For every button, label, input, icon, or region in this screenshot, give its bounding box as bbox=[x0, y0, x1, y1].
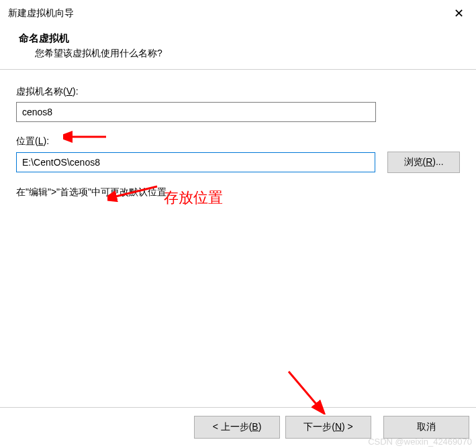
watermark: CSDN @weixin_42469070 bbox=[368, 437, 472, 447]
close-icon[interactable]: ✕ bbox=[451, 7, 467, 19]
content-area: 虚拟机名称(V): 位置(L): 浏览(R)... 在"编辑">"首选项"中可更… bbox=[0, 70, 476, 199]
location-input[interactable] bbox=[16, 152, 375, 172]
wizard-header: 命名虚拟机 您希望该虚拟机使用什么名称? bbox=[0, 27, 476, 69]
cancel-button[interactable]: 取消 bbox=[383, 416, 469, 439]
vm-name-input[interactable] bbox=[16, 102, 376, 122]
page-title: 命名虚拟机 bbox=[19, 32, 468, 45]
titlebar: 新建虚拟机向导 ✕ bbox=[0, 0, 476, 27]
browse-button[interactable]: 浏览(R)... bbox=[387, 152, 460, 173]
vm-name-group: 虚拟机名称(V): bbox=[16, 86, 460, 122]
next-button[interactable]: 下一步(N) > bbox=[285, 416, 371, 439]
location-label: 位置(L): bbox=[16, 135, 460, 148]
vm-name-label: 虚拟机名称(V): bbox=[16, 86, 460, 98]
svg-line-2 bbox=[289, 372, 318, 406]
window-title: 新建虚拟机向导 bbox=[8, 7, 74, 19]
hint-text: 在"编辑">"首选项"中可更改默认位置。 bbox=[16, 186, 460, 199]
location-group: 位置(L): 浏览(R)... bbox=[16, 135, 460, 173]
back-button[interactable]: < 上一步(B) bbox=[194, 416, 280, 439]
page-subtitle: 您希望该虚拟机使用什么名称? bbox=[19, 48, 468, 60]
location-row: 浏览(R)... bbox=[16, 152, 460, 173]
